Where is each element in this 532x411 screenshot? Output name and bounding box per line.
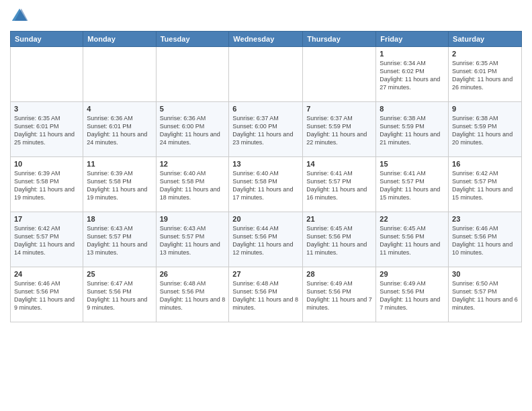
- day-number: 13: [232, 160, 299, 168]
- calendar-cell: 21Sunrise: 6:45 AM Sunset: 5:56 PM Dayli…: [303, 212, 376, 267]
- day-number: 25: [87, 270, 152, 278]
- calendar-week-5: 24Sunrise: 6:46 AM Sunset: 5:56 PM Dayli…: [11, 267, 522, 322]
- calendar-cell: 14Sunrise: 6:41 AM Sunset: 5:57 PM Dayli…: [303, 157, 376, 212]
- day-info: Sunrise: 6:45 AM Sunset: 5:56 PM Dayligh…: [380, 224, 445, 257]
- day-info: Sunrise: 6:41 AM Sunset: 5:57 PM Dayligh…: [380, 169, 445, 202]
- day-number: 8: [380, 105, 445, 113]
- calendar-cell: 22Sunrise: 6:45 AM Sunset: 5:56 PM Dayli…: [376, 212, 449, 267]
- day-number: 27: [232, 270, 299, 278]
- day-info: Sunrise: 6:35 AM Sunset: 6:01 PM Dayligh…: [14, 114, 79, 147]
- calendar-cell: 8Sunrise: 6:38 AM Sunset: 5:59 PM Daylig…: [376, 102, 449, 157]
- weekday-header-row: SundayMondayTuesdayWednesdayThursdayFrid…: [11, 32, 522, 47]
- day-info: Sunrise: 6:47 AM Sunset: 5:56 PM Dayligh…: [87, 279, 152, 312]
- weekday-header-friday: Friday: [376, 32, 449, 47]
- calendar-cell: 19Sunrise: 6:43 AM Sunset: 5:57 PM Dayli…: [156, 212, 229, 267]
- calendar-cell: 18Sunrise: 6:43 AM Sunset: 5:57 PM Dayli…: [83, 212, 156, 267]
- day-number: 6: [232, 105, 299, 113]
- calendar-week-4: 17Sunrise: 6:42 AM Sunset: 5:57 PM Dayli…: [11, 212, 522, 267]
- day-number: 2: [452, 50, 518, 58]
- day-info: Sunrise: 6:40 AM Sunset: 5:58 PM Dayligh…: [232, 169, 299, 202]
- calendar-cell: 23Sunrise: 6:46 AM Sunset: 5:56 PM Dayli…: [449, 212, 522, 267]
- calendar-cell: 12Sunrise: 6:40 AM Sunset: 5:58 PM Dayli…: [156, 157, 229, 212]
- weekday-header-saturday: Saturday: [449, 32, 522, 47]
- day-number: 10: [14, 160, 79, 168]
- day-number: 1: [380, 50, 445, 58]
- calendar-cell: 9Sunrise: 6:38 AM Sunset: 5:59 PM Daylig…: [449, 102, 522, 157]
- day-info: Sunrise: 6:46 AM Sunset: 5:56 PM Dayligh…: [14, 279, 79, 312]
- day-number: 15: [380, 160, 445, 168]
- day-info: Sunrise: 6:49 AM Sunset: 5:56 PM Dayligh…: [306, 279, 372, 312]
- day-info: Sunrise: 6:43 AM Sunset: 5:57 PM Dayligh…: [160, 224, 226, 257]
- calendar-cell: 27Sunrise: 6:48 AM Sunset: 5:56 PM Dayli…: [229, 267, 303, 322]
- day-number: 3: [14, 105, 79, 113]
- day-number: 28: [306, 270, 372, 278]
- day-number: 4: [87, 105, 152, 113]
- weekday-header-thursday: Thursday: [303, 32, 376, 47]
- calendar-week-3: 10Sunrise: 6:39 AM Sunset: 5:58 PM Dayli…: [11, 157, 522, 212]
- day-number: 29: [380, 270, 445, 278]
- day-number: 30: [452, 270, 518, 278]
- day-info: Sunrise: 6:45 AM Sunset: 5:56 PM Dayligh…: [306, 224, 372, 257]
- day-info: Sunrise: 6:43 AM Sunset: 5:57 PM Dayligh…: [87, 224, 152, 257]
- calendar-cell: 25Sunrise: 6:47 AM Sunset: 5:56 PM Dayli…: [83, 267, 156, 322]
- day-info: Sunrise: 6:42 AM Sunset: 5:57 PM Dayligh…: [452, 169, 518, 202]
- calendar-cell: [303, 47, 376, 102]
- day-info: Sunrise: 6:37 AM Sunset: 5:59 PM Dayligh…: [306, 114, 372, 147]
- day-info: Sunrise: 6:41 AM Sunset: 5:57 PM Dayligh…: [306, 169, 372, 202]
- calendar-cell: 7Sunrise: 6:37 AM Sunset: 5:59 PM Daylig…: [303, 102, 376, 157]
- day-info: Sunrise: 6:37 AM Sunset: 6:00 PM Dayligh…: [232, 114, 299, 147]
- calendar-cell: 3Sunrise: 6:35 AM Sunset: 6:01 PM Daylig…: [11, 102, 83, 157]
- day-info: Sunrise: 6:34 AM Sunset: 6:02 PM Dayligh…: [380, 59, 445, 92]
- calendar-cell: 30Sunrise: 6:50 AM Sunset: 5:57 PM Dayli…: [449, 267, 522, 322]
- calendar-cell: 15Sunrise: 6:41 AM Sunset: 5:57 PM Dayli…: [376, 157, 449, 212]
- day-info: Sunrise: 6:36 AM Sunset: 6:01 PM Dayligh…: [87, 114, 152, 147]
- day-info: Sunrise: 6:42 AM Sunset: 5:57 PM Dayligh…: [14, 224, 79, 257]
- calendar-cell: 4Sunrise: 6:36 AM Sunset: 6:01 PM Daylig…: [83, 102, 156, 157]
- day-info: Sunrise: 6:39 AM Sunset: 5:58 PM Dayligh…: [87, 169, 152, 202]
- day-number: 11: [87, 160, 152, 168]
- weekday-header-wednesday: Wednesday: [229, 32, 303, 47]
- calendar-cell: [156, 47, 229, 102]
- weekday-header-monday: Monday: [83, 32, 156, 47]
- calendar-cell: 1Sunrise: 6:34 AM Sunset: 6:02 PM Daylig…: [376, 47, 449, 102]
- day-number: 23: [452, 215, 518, 223]
- calendar-cell: 13Sunrise: 6:40 AM Sunset: 5:58 PM Dayli…: [229, 157, 303, 212]
- logo: [10, 7, 32, 26]
- calendar-cell: 24Sunrise: 6:46 AM Sunset: 5:56 PM Dayli…: [11, 267, 83, 322]
- day-info: Sunrise: 6:38 AM Sunset: 5:59 PM Dayligh…: [452, 114, 518, 147]
- day-number: 9: [452, 105, 518, 113]
- calendar-cell: 28Sunrise: 6:49 AM Sunset: 5:56 PM Dayli…: [303, 267, 376, 322]
- day-number: 22: [380, 215, 445, 223]
- calendar-week-2: 3Sunrise: 6:35 AM Sunset: 6:01 PM Daylig…: [11, 102, 522, 157]
- day-number: 24: [14, 270, 79, 278]
- calendar-cell: 11Sunrise: 6:39 AM Sunset: 5:58 PM Dayli…: [83, 157, 156, 212]
- day-info: Sunrise: 6:38 AM Sunset: 5:59 PM Dayligh…: [380, 114, 445, 147]
- page: SundayMondayTuesdayWednesdayThursdayFrid…: [0, 0, 532, 411]
- day-info: Sunrise: 6:39 AM Sunset: 5:58 PM Dayligh…: [14, 169, 79, 202]
- calendar-cell: 2Sunrise: 6:35 AM Sunset: 6:01 PM Daylig…: [449, 47, 522, 102]
- day-info: Sunrise: 6:44 AM Sunset: 5:56 PM Dayligh…: [232, 224, 299, 257]
- calendar-cell: [11, 47, 83, 102]
- day-info: Sunrise: 6:36 AM Sunset: 6:00 PM Dayligh…: [160, 114, 226, 147]
- day-number: 12: [160, 160, 226, 168]
- day-info: Sunrise: 6:48 AM Sunset: 5:56 PM Dayligh…: [160, 279, 226, 312]
- calendar-week-1: 1Sunrise: 6:34 AM Sunset: 6:02 PM Daylig…: [11, 47, 522, 102]
- day-info: Sunrise: 6:48 AM Sunset: 5:56 PM Dayligh…: [232, 279, 299, 312]
- day-info: Sunrise: 6:50 AM Sunset: 5:57 PM Dayligh…: [452, 279, 518, 312]
- calendar: SundayMondayTuesdayWednesdayThursdayFrid…: [10, 31, 522, 322]
- weekday-header-sunday: Sunday: [11, 32, 83, 47]
- logo-icon: [10, 7, 29, 26]
- day-info: Sunrise: 6:46 AM Sunset: 5:56 PM Dayligh…: [452, 224, 518, 257]
- day-number: 14: [306, 160, 372, 168]
- calendar-cell: 10Sunrise: 6:39 AM Sunset: 5:58 PM Dayli…: [11, 157, 83, 212]
- calendar-cell: 20Sunrise: 6:44 AM Sunset: 5:56 PM Dayli…: [229, 212, 303, 267]
- calendar-cell: 6Sunrise: 6:37 AM Sunset: 6:00 PM Daylig…: [229, 102, 303, 157]
- calendar-cell: 26Sunrise: 6:48 AM Sunset: 5:56 PM Dayli…: [156, 267, 229, 322]
- day-number: 21: [306, 215, 372, 223]
- day-info: Sunrise: 6:40 AM Sunset: 5:58 PM Dayligh…: [160, 169, 226, 202]
- day-number: 7: [306, 105, 372, 113]
- day-number: 20: [232, 215, 299, 223]
- day-number: 17: [14, 215, 79, 223]
- day-number: 18: [87, 215, 152, 223]
- weekday-header-tuesday: Tuesday: [156, 32, 229, 47]
